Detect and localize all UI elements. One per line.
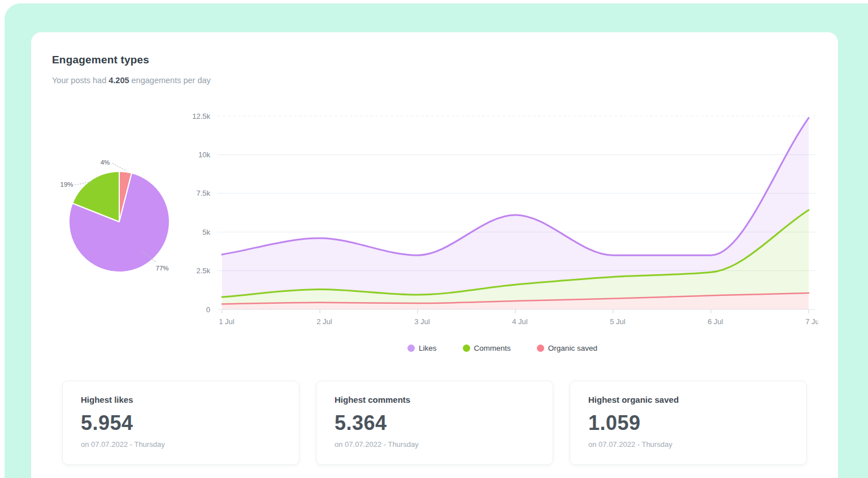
- engagement-types-panel: Engagement types Your posts had 4.205 en…: [31, 32, 838, 478]
- subtitle-suffix: engagements per day: [129, 76, 211, 85]
- card-title: Highest organic saved: [588, 395, 788, 404]
- highlight-cards-row: Highest likes 5.954 on 07.07.2022 - Thur…: [62, 381, 807, 465]
- y-axis-label: 0: [206, 305, 210, 314]
- y-axis-label: 10k: [198, 150, 210, 159]
- subtitle-value: 4.205: [108, 76, 129, 85]
- panel-subtitle: Your posts had 4.205 engagements per day: [52, 76, 211, 85]
- area-chart[interactable]: 02.5k5k7.5k10k12.5k1 Jul2 Jul3 Jul4 Jul5…: [186, 110, 818, 334]
- legend-item-comments[interactable]: Comments: [463, 344, 511, 352]
- x-axis-label: 6 Jul: [708, 317, 723, 326]
- pie-percent-label-comments: 19%: [60, 181, 73, 188]
- pie-chart[interactable]: 4%77%19%: [51, 154, 187, 290]
- legend-item-organic-saved[interactable]: Organic saved: [537, 344, 597, 352]
- legend-label-organic-saved: Organic saved: [548, 344, 597, 352]
- x-axis-label: 3 Jul: [414, 317, 430, 326]
- subtitle-prefix: Your posts had: [52, 76, 108, 85]
- x-axis-label: 5 Jul: [610, 317, 626, 326]
- chart-legend: Likes Comments Organic saved: [186, 344, 818, 352]
- card-title: Highest comments: [335, 395, 535, 404]
- card-date: on 07.07.2022 - Thursday: [588, 440, 788, 449]
- card-value: 1.059: [588, 411, 788, 435]
- legend-dot-likes-icon: [407, 344, 415, 352]
- panel-title: Engagement types: [52, 54, 149, 66]
- y-axis-label: 2.5k: [196, 266, 210, 275]
- x-axis-label: 7 Jul: [805, 317, 818, 326]
- card-date: on 07.07.2022 - Thursday: [81, 440, 281, 449]
- screen: Engagement types Your posts had 4.205 en…: [0, 0, 868, 478]
- pie-percent-label-likes: 77%: [155, 265, 168, 272]
- stat-card-highest-likes: Highest likes 5.954 on 07.07.2022 - Thur…: [62, 381, 300, 465]
- stat-card-highest-comments: Highest comments 5.364 on 07.07.2022 - T…: [316, 381, 553, 465]
- legend-label-comments: Comments: [474, 344, 511, 352]
- legend-label-likes: Likes: [419, 344, 437, 352]
- y-axis-label: 5k: [202, 228, 210, 236]
- pie-label-leader-line: [113, 163, 125, 170]
- card-value: 5.954: [81, 411, 281, 435]
- stat-card-highest-organic-saved: Highest organic saved 1.059 on 07.07.202…: [570, 381, 807, 465]
- y-axis-label: 12.5k: [192, 112, 210, 120]
- card-date: on 07.07.2022 - Thursday: [335, 440, 535, 449]
- y-axis-label: 7.5k: [196, 189, 210, 197]
- card-title: Highest likes: [81, 395, 281, 404]
- x-axis-label: 4 Jul: [512, 317, 528, 326]
- x-axis-label: 1 Jul: [219, 317, 235, 326]
- legend-dot-comments-icon: [463, 344, 470, 352]
- pie-percent-label-organic-saved: 4%: [101, 159, 110, 166]
- x-axis-label: 2 Jul: [316, 317, 332, 326]
- legend-dot-organic-saved-icon: [537, 344, 544, 352]
- legend-item-likes[interactable]: Likes: [407, 344, 437, 352]
- card-value: 5.364: [335, 411, 535, 435]
